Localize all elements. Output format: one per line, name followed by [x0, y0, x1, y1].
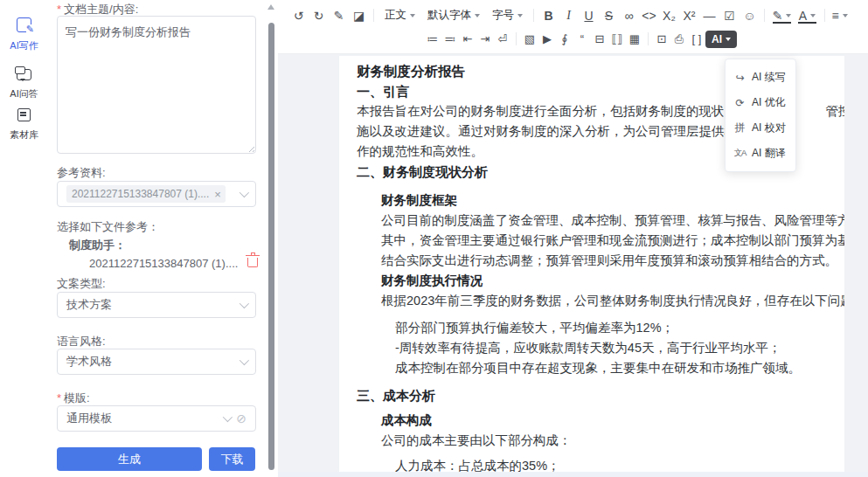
toolbar-divider: [764, 9, 765, 22]
fullscreen-icon[interactable]: [ ]: [688, 29, 705, 49]
underline-icon[interactable]: U: [579, 5, 599, 25]
library-icon: [17, 108, 31, 121]
horizontal-scrollbar-track[interactable]: [278, 472, 868, 477]
reference-multiselect[interactable]: 2021122715133847807 (1).... ×: [57, 181, 256, 207]
chevron-down-icon: [223, 412, 233, 422]
task-list-icon[interactable]: ☑: [719, 5, 740, 25]
ai-dropdown-menu: ↪AI 续写⟳AI 优化拼AI 校对文AAI 翻译: [725, 59, 796, 172]
horizontal-rule-icon[interactable]: —: [699, 5, 719, 25]
ai-menu-item-label: AI 翻译: [752, 146, 786, 161]
toolbar-divider: [533, 9, 534, 22]
toolbar-divider: [824, 9, 825, 22]
doc-line: 三、成本分析: [357, 385, 844, 405]
doc-line: 成本控制在部分项目中存在超支现象，主要集中在研发和市场推广领域。: [357, 358, 844, 378]
chevron-down-icon: [240, 188, 249, 197]
attachment-icon[interactable]: ∮: [556, 29, 573, 49]
ai-menu-item[interactable]: 文AAI 翻译: [726, 141, 795, 166]
ai-menu-item[interactable]: ↪AI 续写: [726, 65, 795, 90]
superscript-icon[interactable]: X²: [679, 5, 699, 25]
toolbar-divider: [648, 32, 649, 45]
delete-file-icon[interactable]: [247, 258, 258, 267]
sidebar-item-label: 素材库: [0, 128, 48, 142]
table-icon[interactable]: ▦: [626, 29, 643, 49]
file-select-label: 选择如下文件参考：: [57, 219, 159, 235]
blockquote-icon[interactable]: “: [573, 29, 591, 49]
image-icon[interactable]: ▧: [521, 29, 538, 49]
link-icon[interactable]: ∞: [619, 5, 639, 25]
doc-line: 公司目前的制度涵盖了资金管理、成本控制、预算管理、核算与报告、风险管理等方面。: [357, 211, 844, 231]
embed-icon[interactable]: ⊡: [653, 29, 670, 49]
subscript-icon[interactable]: X₂: [659, 5, 679, 25]
app: { "colors":{"accent":"#4878e8","danger":…: [0, 0, 868, 477]
proofread-icon: 拼: [733, 121, 746, 135]
required-mark: *: [57, 3, 61, 16]
sidebar-nav: AI写作AI问答素材库: [0, 0, 49, 477]
outdent-icon[interactable]: ⇤: [459, 29, 476, 49]
sidebar-item-material-library[interactable]: 素材库: [0, 107, 48, 142]
doc-line: 人力成本：占总成本的35%；: [357, 456, 844, 472]
editor-area: ↺↻✎◪正文默认字体字号BIUS∞<>X₂X²—☑☺✎A≡ ≔≕⇤⇥⏎▧▶∮“⊟…: [278, 0, 868, 477]
doc-spacer: [357, 378, 844, 385]
toolbar-row-2: ≔≕⇤⇥⏎▧▶∮“⊟⟦⟧▦⊡⎙[ ]AI: [278, 27, 868, 51]
qa-icon: [17, 69, 31, 80]
doc-spacer: [357, 182, 844, 190]
editor-toolbar: ↺↻✎◪正文默认字体字号BIUS∞<>X₂X²—☑☺✎A≡ ≔≕⇤⇥⏎▧▶∮“⊟…: [278, 0, 868, 54]
bold-icon[interactable]: B: [538, 5, 559, 25]
italic-icon[interactable]: I: [559, 5, 579, 25]
scroll-up-icon[interactable]: [267, 4, 274, 10]
video-icon[interactable]: ▶: [538, 29, 556, 49]
write-icon: [17, 17, 31, 32]
paragraph-style-dropdown[interactable]: 正文: [378, 8, 421, 23]
ordered-list-icon[interactable]: ≕: [441, 29, 459, 49]
generate-button[interactable]: 生成: [57, 447, 202, 471]
highlight-color-icon[interactable]: ✎: [769, 5, 795, 25]
ai-menu-item-label: AI 校对: [752, 121, 786, 135]
inline-code-icon[interactable]: <>: [639, 5, 659, 25]
doc-line: 公司的成本主要由以下部分构成：: [357, 431, 844, 451]
template-label: *模版:: [57, 391, 90, 406]
topic-input[interactable]: 写一份财务制度分析报告: [57, 16, 256, 154]
chevron-down-icon: [240, 356, 249, 365]
tag-close-icon[interactable]: ×: [214, 189, 221, 200]
scrollbar-thumb[interactable]: [268, 23, 274, 470]
ai-menu-item-label: AI 优化: [752, 95, 786, 110]
bullet-list-icon[interactable]: ≔: [424, 29, 441, 49]
eraser-icon[interactable]: ◪: [349, 5, 369, 25]
print-icon[interactable]: ⎙: [670, 29, 688, 49]
ai-dropdown-button[interactable]: AI: [705, 31, 737, 48]
font-size-dropdown[interactable]: 字号: [486, 8, 529, 23]
font-family-dropdown[interactable]: 默认字体: [421, 8, 486, 23]
ai-menu-item[interactable]: ⟳AI 优化: [726, 90, 795, 115]
doc-type-select[interactable]: 技术方案: [57, 292, 256, 318]
sidebar-item-ai-writing[interactable]: AI写作: [0, 17, 48, 52]
doc-line: 结合实际支出进行动态调整；预算管理则采用年度预算和滚动预算相结合的方式。: [357, 251, 844, 271]
download-button[interactable]: 下载: [209, 447, 255, 471]
align-dropdown-icon[interactable]: ≡: [830, 5, 850, 25]
template-select[interactable]: 通用模板 ⊘: [57, 405, 256, 432]
circle-slash-icon: ⊘: [236, 412, 247, 425]
redo-icon[interactable]: ↻: [309, 5, 329, 25]
doc-line: 财务制度执行情况: [357, 271, 844, 291]
doc-line: 部分部门预算执行偏差较大，平均偏差率为12%；: [357, 318, 844, 338]
line-break-icon[interactable]: ⏎: [494, 29, 511, 49]
undo-icon[interactable]: ↺: [288, 5, 309, 25]
style-select[interactable]: 学术风格: [57, 349, 256, 375]
format-painter-icon[interactable]: ✎: [329, 5, 349, 25]
writing-form-panel: *文档主题/内容: 写一份财务制度分析报告 参考资料: 202112271513…: [48, 0, 264, 477]
continue-writing-icon: ↪: [733, 72, 746, 84]
divider-block-icon[interactable]: ⊟: [591, 29, 608, 49]
font-color-icon[interactable]: A: [795, 5, 820, 25]
reference-file-tag: 2021122715133847807 (1).... ×: [66, 185, 226, 203]
doc-line: 其中，资金管理主要通过银行账户管理和现金流预测进行；成本控制以部门预算为基础，: [357, 231, 844, 251]
strikethrough-icon[interactable]: S: [599, 5, 619, 25]
ai-menu-item[interactable]: 拼AI 校对: [726, 115, 795, 141]
doc-line: 根据2023年前三季度的财务数据，公司整体财务制度执行情况良好，但存在以下问题：: [357, 291, 844, 311]
doc-line: 财务制度框架: [357, 190, 844, 211]
reference-label: 参考资料:: [57, 165, 106, 181]
emoji-icon[interactable]: ☺: [740, 5, 760, 25]
sidebar-item-ai-qa[interactable]: AI问答: [0, 66, 48, 100]
optimize-icon: ⟳: [733, 97, 746, 109]
indent-icon[interactable]: ⇥: [476, 29, 494, 49]
ai-menu-item-label: AI 续写: [752, 70, 786, 85]
code-block-icon[interactable]: ⟦⟧: [608, 29, 626, 49]
